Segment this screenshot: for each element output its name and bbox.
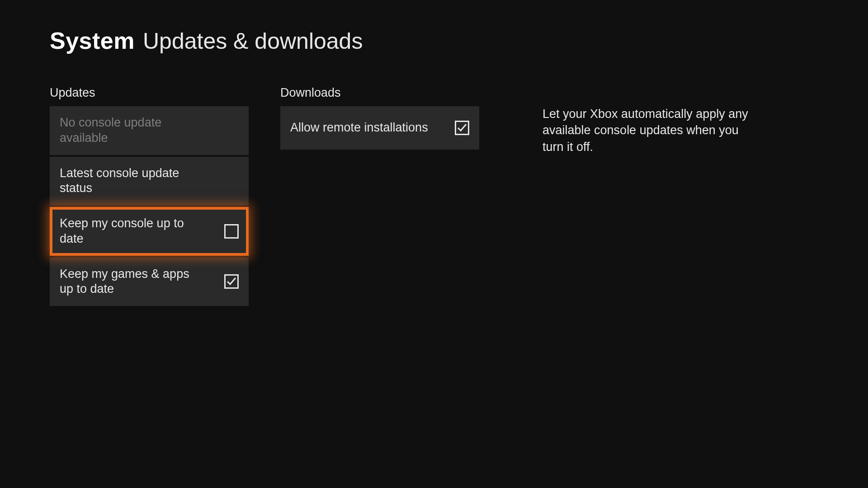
- latest-update-status-tile[interactable]: Latest console update status: [50, 157, 249, 206]
- settings-page: System Updates & downloads Updates No co…: [0, 0, 868, 308]
- page-title: System Updates & downloads: [50, 27, 818, 54]
- checkmark-icon: [457, 122, 467, 133]
- keep-console-up-to-date-tile[interactable]: Keep my console up to date: [50, 207, 249, 256]
- help-column: Let your Xbox automatically apply any av…: [542, 86, 750, 155]
- keep-games-apps-tile[interactable]: Keep my games & apps up to date: [50, 258, 249, 306]
- no-console-update-tile: No console update available: [50, 106, 249, 155]
- content-columns: Updates No console update available Late…: [50, 86, 818, 308]
- keep-games-apps-checkbox[interactable]: [224, 274, 239, 289]
- keep-console-checkbox[interactable]: [224, 224, 239, 239]
- keep-games-apps-label: Keep my games & apps up to date: [60, 267, 204, 297]
- updates-heading: Updates: [50, 86, 249, 100]
- allow-remote-installations-label: Allow remote installations: [290, 120, 428, 136]
- title-page: Updates & downloads: [143, 28, 363, 54]
- allow-remote-installations-tile[interactable]: Allow remote installations: [280, 106, 479, 150]
- downloads-column: Downloads Allow remote installations: [280, 86, 479, 151]
- downloads-heading: Downloads: [280, 86, 479, 100]
- updates-column: Updates No console update available Late…: [50, 86, 249, 308]
- title-category: System: [50, 27, 135, 54]
- help-text: Let your Xbox automatically apply any av…: [542, 106, 750, 155]
- latest-update-status-label: Latest console update status: [60, 166, 204, 197]
- checkmark-icon: [226, 276, 237, 287]
- keep-console-up-to-date-label: Keep my console up to date: [60, 216, 204, 247]
- allow-remote-installations-checkbox[interactable]: [455, 121, 469, 135]
- no-console-update-label: No console update available: [60, 115, 204, 146]
